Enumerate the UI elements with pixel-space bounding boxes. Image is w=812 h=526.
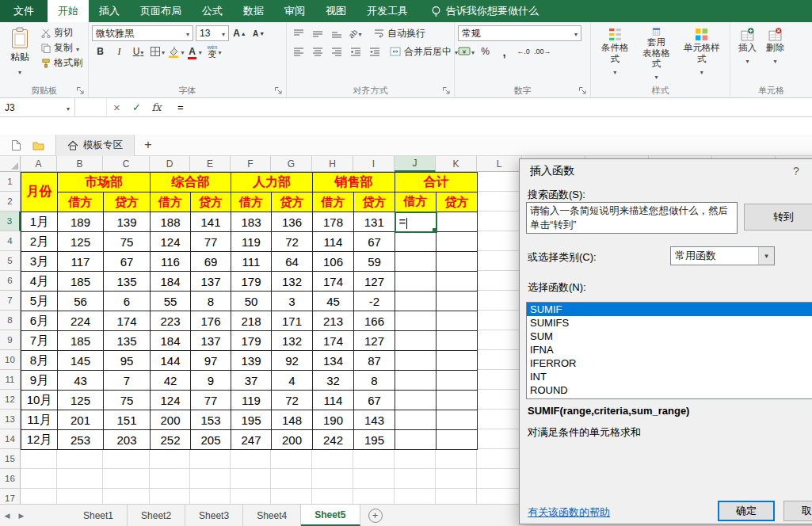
- data-cell[interactable]: 185: [58, 331, 104, 351]
- delete-cells-button[interactable]: 删除: [761, 25, 789, 82]
- row-header-4[interactable]: 4: [0, 231, 21, 251]
- enter-entry-icon[interactable]: [127, 98, 147, 116]
- row-header-7[interactable]: 7: [0, 291, 21, 311]
- data-cell[interactable]: 92: [272, 351, 313, 371]
- orientation-button[interactable]: ab: [347, 25, 364, 41]
- data-cell[interactable]: 171: [272, 311, 313, 331]
- select-all-corner[interactable]: [0, 156, 21, 172]
- ribbon-tab-开发工具[interactable]: 开发工具: [356, 0, 418, 22]
- data-cell[interactable]: 134: [313, 351, 354, 371]
- new-sheet-button[interactable]: +: [368, 509, 383, 523]
- data-cell[interactable]: 125: [58, 391, 104, 410]
- row-header-10[interactable]: 10: [0, 350, 21, 370]
- name-box[interactable]: J3: [0, 98, 75, 116]
- sheet-tab-Sheet4[interactable]: Sheet4: [243, 505, 301, 526]
- header-cell[interactable]: 销售部: [313, 173, 395, 192]
- data-cell[interactable]: 37: [231, 371, 272, 391]
- font-color-button[interactable]: A: [187, 44, 204, 59]
- data-cell[interactable]: -2: [354, 292, 395, 311]
- month-cell[interactable]: 4月: [21, 272, 58, 292]
- data-cell[interactable]: 111: [231, 252, 272, 272]
- data-cell[interactable]: 179: [231, 272, 272, 292]
- data-cell[interactable]: [436, 232, 478, 252]
- data-cell[interactable]: [395, 252, 436, 272]
- insert-cells-button[interactable]: 插入: [734, 25, 761, 82]
- column-header-L[interactable]: L: [477, 156, 522, 172]
- data-cell[interactable]: 124: [151, 232, 191, 252]
- data-cell[interactable]: 184: [151, 331, 191, 351]
- template-zone-tab[interactable]: 模板专区: [55, 135, 135, 156]
- clipboard-dialog-launcher-icon[interactable]: [76, 86, 86, 96]
- function-item-SUMIF[interactable]: SUMIF: [527, 303, 812, 316]
- data-cell[interactable]: 144: [151, 351, 191, 371]
- data-cell[interactable]: 176: [191, 311, 231, 331]
- data-cell[interactable]: 114: [313, 232, 354, 252]
- data-cell[interactable]: 127: [354, 331, 395, 351]
- column-header-F[interactable]: F: [231, 156, 271, 172]
- row-header-16[interactable]: 16: [0, 469, 21, 489]
- data-cell[interactable]: 135: [104, 272, 151, 292]
- data-cell[interactable]: 106: [313, 252, 354, 272]
- data-cell[interactable]: 6: [104, 292, 151, 311]
- accounting-format-button[interactable]: ¥: [458, 44, 475, 59]
- data-cell[interactable]: [436, 331, 478, 351]
- data-cell[interactable]: [395, 272, 436, 292]
- sheet-tab-Sheet5[interactable]: Sheet5: [301, 505, 360, 526]
- header-cell[interactable]: 综合部: [151, 173, 231, 192]
- data-cell[interactable]: 127: [354, 272, 395, 292]
- ribbon-tab-开始[interactable]: 开始: [48, 0, 89, 22]
- number-format-select[interactable]: 常规: [458, 25, 581, 41]
- active-cell-J3[interactable]: =: [395, 212, 436, 232]
- data-cell[interactable]: 184: [151, 272, 191, 292]
- font-dialog-launcher-icon[interactable]: [274, 86, 284, 96]
- underline-button[interactable]: U: [130, 44, 147, 59]
- row-header-8[interactable]: 8: [0, 311, 21, 330]
- data-cell[interactable]: 218: [231, 311, 272, 331]
- align-bottom-button[interactable]: [328, 25, 345, 41]
- data-cell[interactable]: 132: [272, 272, 313, 292]
- row-header-12[interactable]: 12: [0, 390, 21, 410]
- align-center-button[interactable]: [309, 44, 326, 59]
- data-cell[interactable]: 135: [104, 331, 151, 351]
- data-cell[interactable]: 195: [231, 410, 272, 430]
- data-cell[interactable]: 174: [104, 311, 151, 331]
- data-cell[interactable]: 185: [58, 272, 104, 292]
- subheader-cell[interactable]: 贷方: [272, 192, 313, 212]
- month-cell[interactable]: 11月: [21, 410, 58, 430]
- data-cell[interactable]: 145: [58, 351, 104, 371]
- function-search-input[interactable]: 请输入一条简短说明来描述您想做什么，然后单击“转到”: [526, 202, 738, 234]
- subheader-cell[interactable]: 贷方: [436, 192, 478, 212]
- subheader-cell[interactable]: 贷方: [104, 192, 151, 212]
- data-cell[interactable]: 179: [231, 331, 272, 351]
- sheet-tab-Sheet2[interactable]: Sheet2: [128, 505, 185, 526]
- align-left-button[interactable]: [290, 44, 307, 59]
- cut-button[interactable]: 剪切: [40, 25, 85, 40]
- data-cell[interactable]: 116: [151, 252, 191, 272]
- column-header-B[interactable]: B: [57, 156, 103, 172]
- month-cell[interactable]: 12月: [21, 430, 58, 450]
- data-cell[interactable]: 201: [58, 410, 104, 430]
- data-cell[interactable]: 67: [354, 232, 395, 252]
- row-header-1[interactable]: 1: [0, 172, 21, 192]
- data-cell[interactable]: 252: [151, 430, 191, 450]
- data-cell[interactable]: 143: [354, 410, 395, 430]
- data-cell[interactable]: 125: [58, 232, 104, 252]
- data-cell[interactable]: [436, 292, 478, 311]
- data-cell[interactable]: 64: [272, 252, 313, 272]
- data-cell[interactable]: 174: [313, 331, 354, 351]
- data-cell[interactable]: [436, 391, 478, 410]
- data-cell[interactable]: 132: [272, 331, 313, 351]
- data-cell[interactable]: [395, 232, 436, 252]
- data-cell[interactable]: 242: [313, 430, 354, 450]
- data-cell[interactable]: 114: [313, 391, 354, 410]
- data-cell[interactable]: 4: [272, 371, 313, 391]
- font-size-select[interactable]: 13: [196, 25, 229, 41]
- data-cell[interactable]: [436, 272, 478, 292]
- data-cell[interactable]: 72: [272, 391, 313, 410]
- formula-input[interactable]: =: [166, 98, 812, 116]
- ribbon-tab-文件[interactable]: 文件: [0, 0, 48, 22]
- increase-indent-button[interactable]: [366, 44, 383, 59]
- ribbon-tab-公式[interactable]: 公式: [192, 0, 233, 22]
- dialog-help-icon[interactable]: ?: [793, 165, 799, 177]
- data-cell[interactable]: 8: [191, 292, 231, 311]
